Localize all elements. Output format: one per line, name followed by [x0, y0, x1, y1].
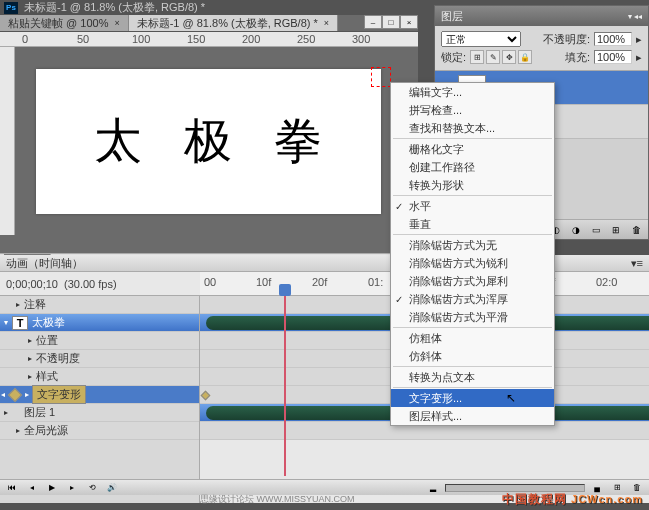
current-time[interactable]: 0;00;00;10 [6, 278, 58, 290]
fill-label: 填充: [565, 50, 590, 65]
ruler-horizontal[interactable]: 0 50 100 150 200 250 300 [0, 32, 418, 47]
rewind-button[interactable]: ⏮ [4, 482, 20, 494]
opacity-value[interactable]: 100% [594, 32, 632, 46]
menu-layer-style[interactable]: 图层样式 [391, 407, 554, 425]
checkmark-icon: ✓ [395, 201, 403, 212]
lock-transparent-icon[interactable]: ⊞ [470, 50, 484, 64]
menu-find-replace[interactable]: 查找和替换文本 [391, 119, 554, 137]
track-global-light[interactable]: ▸全局光源 [0, 422, 199, 440]
window-controls: – □ × [364, 15, 418, 31]
text-char-2: 极 [184, 109, 232, 173]
chevron-right-icon[interactable]: ▸ [12, 426, 24, 435]
cursor-icon: ↖ [506, 391, 516, 405]
play-button[interactable]: ▶ [44, 482, 60, 494]
loop-button[interactable]: ⟲ [84, 482, 100, 494]
canvas-viewport[interactable]: 太 极 拳 [15, 47, 401, 235]
menu-aa-none[interactable]: 消除锯齿方式为无 [391, 236, 554, 254]
close-icon[interactable]: × [324, 18, 329, 28]
chevron-right-icon[interactable]: ▸ [24, 354, 36, 363]
playhead[interactable] [279, 284, 291, 296]
lock-pixels-icon[interactable]: ✎ [486, 50, 500, 64]
minimize-button[interactable]: – [364, 15, 382, 29]
keyframe-icon[interactable] [201, 391, 211, 401]
menu-horizontal[interactable]: ✓水平 [391, 197, 554, 215]
menu-aa-strong[interactable]: ✓消除锯齿方式为浑厚 [391, 290, 554, 308]
chevron-right-icon[interactable]: ▸ [12, 300, 24, 309]
menu-edit-text[interactable]: 编辑文字 [391, 83, 554, 101]
menu-rasterize[interactable]: 栅格化文字 [391, 140, 554, 158]
prev-key-icon[interactable]: ◂ [0, 390, 6, 399]
prev-frame-button[interactable]: ◂ [24, 482, 40, 494]
app-title: 未标题-1 @ 81.8% (太极拳, RGB/8) * [24, 0, 205, 15]
maximize-button[interactable]: □ [382, 15, 400, 29]
lock-position-icon[interactable]: ✥ [502, 50, 516, 64]
menu-faux-bold[interactable]: 仿粗体 [391, 329, 554, 347]
next-key-icon[interactable]: ▸ [24, 390, 30, 399]
chevron-right-icon[interactable]: ▸ [24, 372, 36, 381]
menu-aa-sharp[interactable]: 消除锯齿方式为锐利 [391, 254, 554, 272]
new-layer-icon[interactable]: ⊞ [608, 223, 624, 237]
chevron-right-icon[interactable]: ▸ [24, 336, 36, 345]
group-icon[interactable]: ▭ [588, 223, 604, 237]
menu-separator [393, 366, 552, 367]
adjustment-icon[interactable]: ◑ [568, 223, 584, 237]
lock-all-icon[interactable]: 🔒 [518, 50, 532, 64]
blend-mode-select[interactable]: 正常 [441, 31, 521, 47]
lock-buttons: ⊞ ✎ ✥ 🔒 [470, 50, 532, 64]
selection-marquee [371, 67, 391, 87]
track-style[interactable]: ▸样式 [0, 368, 199, 386]
text-layer-icon: T [12, 316, 28, 330]
next-frame-button[interactable]: ▸ [64, 482, 80, 494]
layers-panel-tab[interactable]: 图层 ▾ ◂◂ [435, 6, 648, 26]
menu-warp-text[interactable]: 文字变形↖ [391, 389, 554, 407]
timeline-tracks-labels: ▸注释 ▾T太极拳 ▸位置 ▸不透明度 ▸样式 ◂▸文字变形 ▸图层 1 ▸全局… [0, 296, 200, 503]
document-tab-bar: 粘贴关键帧 @ 100%× 未标题-1 @ 81.8% (太极拳, RGB/8)… [0, 15, 418, 32]
canvas[interactable]: 太 极 拳 [36, 69, 381, 214]
text-char-1: 太 [94, 109, 142, 173]
menu-faux-italic[interactable]: 仿斜体 [391, 347, 554, 365]
tab-untitled-1[interactable]: 未标题-1 @ 81.8% (太极拳, RGB/8) *× [129, 15, 338, 31]
menu-aa-crisp[interactable]: 消除锯齿方式为犀利 [391, 272, 554, 290]
lock-label: 锁定: [441, 50, 466, 65]
panel-menu-icon[interactable]: ▾ ◂◂ [628, 12, 642, 21]
close-button[interactable]: × [400, 15, 418, 29]
timeline-time-display: 0;00;00;10 (30.00 fps) [0, 272, 200, 296]
track-text-layer[interactable]: ▾T太极拳 [0, 314, 199, 332]
checkmark-icon: ✓ [395, 294, 403, 305]
menu-convert-point[interactable]: 转换为点文本 [391, 368, 554, 386]
audio-button[interactable]: 🔊 [104, 482, 120, 494]
menu-create-workpath[interactable]: 创建工作路径 [391, 158, 554, 176]
menu-separator [393, 327, 552, 328]
delete-icon[interactable]: 🗑 [628, 223, 644, 237]
ruler-vertical[interactable] [0, 47, 15, 235]
ps-icon: Ps [4, 2, 18, 14]
menu-spell-check[interactable]: 拼写检查 [391, 101, 554, 119]
tab-paste-keyframe[interactable]: 粘贴关键帧 @ 100%× [0, 15, 129, 31]
track-position[interactable]: ▸位置 [0, 332, 199, 350]
panel-menu-icon[interactable]: ▾≡ [631, 257, 643, 270]
opacity-label: 不透明度: [543, 32, 590, 47]
menu-aa-smooth[interactable]: 消除锯齿方式为平滑 [391, 308, 554, 326]
menu-separator [393, 387, 552, 388]
fill-value[interactable]: 100% [594, 50, 632, 64]
close-icon[interactable]: × [114, 18, 119, 28]
track-warp-text[interactable]: ◂▸文字变形 [0, 386, 199, 404]
credit-text: 思缘设计论坛 WWW.MISSYUAN.COM [200, 493, 355, 506]
context-menu: 编辑文字 拼写检查 查找和替换文本 栅格化文字 创建工作路径 转换为形状 ✓水平… [390, 82, 555, 426]
menu-separator [393, 234, 552, 235]
track-opacity[interactable]: ▸不透明度 [0, 350, 199, 368]
keyframe-icon[interactable] [8, 387, 22, 401]
track-comments[interactable]: ▸注释 [0, 296, 199, 314]
menu-vertical[interactable]: 垂直 [391, 215, 554, 233]
menu-separator [393, 138, 552, 139]
track-layer-1[interactable]: ▸图层 1 [0, 404, 199, 422]
menu-convert-shape[interactable]: 转换为形状 [391, 176, 554, 194]
chevron-down-icon[interactable]: ▾ [0, 318, 12, 327]
zoom-out-icon[interactable]: ▂ [425, 482, 441, 494]
chevron-right-icon[interactable]: ▸ [0, 408, 12, 417]
text-char-3: 拳 [274, 109, 322, 173]
layers-options: 正常 不透明度: 100%▸ 锁定: ⊞ ✎ ✥ 🔒 填充: 100%▸ [435, 26, 648, 71]
watermark: 中国教程网 JCWcn.com [502, 491, 643, 508]
keyframe-nav: ◂▸ [0, 390, 30, 400]
menu-separator [393, 195, 552, 196]
